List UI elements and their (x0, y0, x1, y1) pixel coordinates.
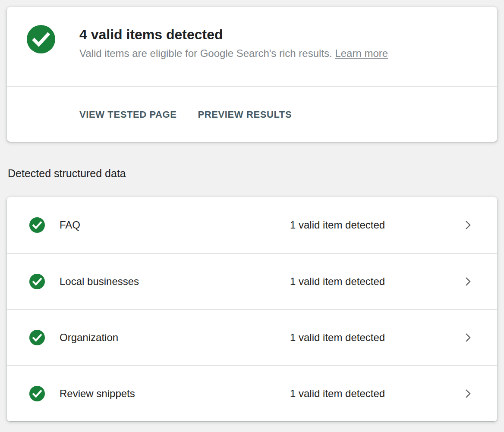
summary-texts: 4 valid items detected Valid items are e… (79, 25, 388, 60)
detected-structured-data-list: FAQ 1 valid item detected Local business… (7, 197, 497, 421)
list-item-status: 1 valid item detected (290, 275, 463, 288)
list-item-label: Review snippets (60, 388, 290, 400)
list-item-label: Organization (60, 332, 290, 344)
list-item-local-businesses[interactable]: Local businesses 1 valid item detected (7, 253, 497, 309)
list-item-faq[interactable]: FAQ 1 valid item detected (7, 197, 497, 253)
list-item-status: 1 valid item detected (290, 388, 463, 400)
list-item-label: Local businesses (60, 275, 290, 288)
summary-header: 4 valid items detected Valid items are e… (7, 7, 497, 87)
chevron-right-icon (463, 218, 473, 232)
summary-subtitle-text: Valid items are eligible for Google Sear… (79, 47, 332, 59)
summary-subtitle: Valid items are eligible for Google Sear… (79, 47, 388, 60)
check-circle-icon (27, 25, 55, 53)
section-heading: Detected structured data (7, 167, 497, 180)
chevron-right-icon (463, 274, 473, 289)
preview-results-button[interactable]: PREVIEW RESULTS (198, 109, 292, 120)
list-item-review-snippets[interactable]: Review snippets 1 valid item detected (7, 365, 497, 421)
check-circle-icon (29, 386, 45, 401)
list-item-status: 1 valid item detected (290, 219, 463, 231)
check-circle-icon (29, 330, 45, 345)
rich-results-page: 4 valid items detected Valid items are e… (0, 0, 504, 432)
list-item-status: 1 valid item detected (290, 332, 463, 344)
chevron-right-icon (463, 386, 473, 401)
check-circle-icon (29, 217, 45, 233)
list-item-organization[interactable]: Organization 1 valid item detected (7, 309, 497, 365)
list-item-label: FAQ (60, 219, 290, 231)
learn-more-link[interactable]: Learn more (335, 47, 388, 59)
summary-actions: VIEW TESTED PAGE PREVIEW RESULTS (7, 87, 497, 142)
check-circle-icon (29, 274, 45, 289)
chevron-right-icon (463, 330, 473, 345)
view-tested-page-button[interactable]: VIEW TESTED PAGE (79, 109, 177, 120)
summary-card: 4 valid items detected Valid items are e… (7, 7, 497, 142)
summary-title: 4 valid items detected (79, 26, 388, 43)
